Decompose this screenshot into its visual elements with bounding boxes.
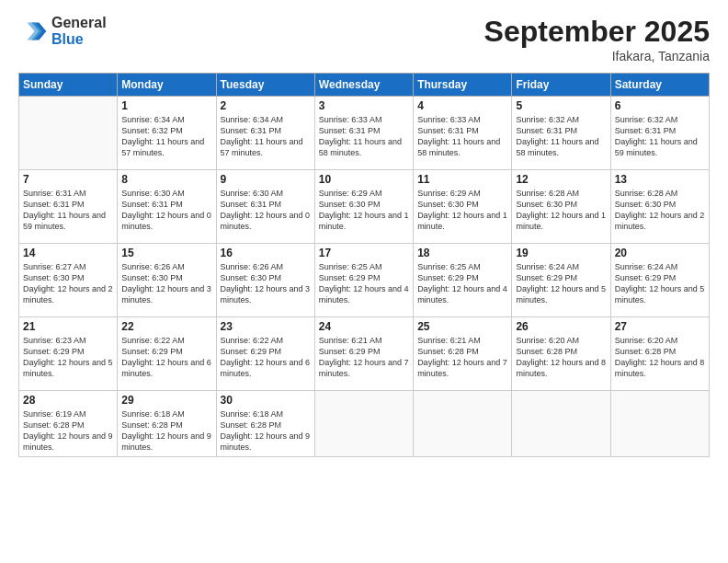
day-number: 29 bbox=[121, 394, 211, 407]
day-info: Sunrise: 6:18 AMSunset: 6:28 PMDaylight:… bbox=[121, 408, 211, 454]
table-row bbox=[610, 391, 709, 457]
col-saturday: Saturday bbox=[610, 74, 709, 97]
day-info: Sunrise: 6:30 AMSunset: 6:31 PMDaylight:… bbox=[121, 188, 211, 233]
table-row: 19Sunrise: 6:24 AMSunset: 6:29 PMDayligh… bbox=[512, 244, 610, 317]
title-block: September 2025 Ifakara, Tanzania bbox=[484, 15, 710, 63]
table-row bbox=[512, 391, 610, 457]
day-number: 9 bbox=[221, 173, 311, 186]
table-row: 11Sunrise: 6:29 AMSunset: 6:30 PMDayligh… bbox=[414, 170, 512, 244]
table-row: 5Sunrise: 6:32 AMSunset: 6:31 PMDaylight… bbox=[512, 97, 610, 170]
day-info: Sunrise: 6:18 AMSunset: 6:28 PMDaylight:… bbox=[221, 408, 311, 454]
day-info: Sunrise: 6:33 AMSunset: 6:31 PMDaylight:… bbox=[417, 114, 507, 159]
table-row: 12Sunrise: 6:28 AMSunset: 6:30 PMDayligh… bbox=[512, 170, 610, 244]
table-row: 27Sunrise: 6:20 AMSunset: 6:28 PMDayligh… bbox=[610, 317, 709, 391]
day-info: Sunrise: 6:32 AMSunset: 6:31 PMDaylight:… bbox=[516, 114, 606, 159]
day-number: 18 bbox=[417, 247, 507, 259]
logo-text: General Blue bbox=[51, 15, 107, 47]
day-info: Sunrise: 6:22 AMSunset: 6:29 PMDaylight:… bbox=[121, 335, 211, 380]
table-row: 26Sunrise: 6:20 AMSunset: 6:28 PMDayligh… bbox=[512, 317, 610, 391]
logo: General Blue bbox=[18, 15, 107, 47]
day-number: 3 bbox=[319, 99, 409, 112]
day-info: Sunrise: 6:23 AMSunset: 6:29 PMDaylight:… bbox=[23, 335, 113, 380]
day-info: Sunrise: 6:34 AMSunset: 6:32 PMDaylight:… bbox=[121, 114, 211, 159]
logo-general: General bbox=[51, 15, 107, 31]
day-info: Sunrise: 6:22 AMSunset: 6:29 PMDaylight:… bbox=[221, 335, 311, 380]
table-row: 23Sunrise: 6:22 AMSunset: 6:29 PMDayligh… bbox=[216, 317, 314, 391]
day-number: 17 bbox=[319, 247, 409, 259]
header: General Blue September 2025 Ifakara, Tan… bbox=[18, 15, 710, 63]
table-row: 4Sunrise: 6:33 AMSunset: 6:31 PMDaylight… bbox=[414, 97, 512, 170]
table-row: 10Sunrise: 6:29 AMSunset: 6:30 PMDayligh… bbox=[314, 170, 413, 244]
day-info: Sunrise: 6:33 AMSunset: 6:31 PMDaylight:… bbox=[319, 114, 409, 159]
col-sunday: Sunday bbox=[19, 74, 118, 97]
table-row: 6Sunrise: 6:32 AMSunset: 6:31 PMDaylight… bbox=[610, 97, 709, 170]
week-row-1: 1Sunrise: 6:34 AMSunset: 6:32 PMDaylight… bbox=[19, 97, 710, 170]
table-row: 24Sunrise: 6:21 AMSunset: 6:29 PMDayligh… bbox=[314, 317, 413, 391]
day-number: 14 bbox=[23, 247, 113, 259]
day-info: Sunrise: 6:32 AMSunset: 6:31 PMDaylight:… bbox=[615, 114, 705, 159]
day-info: Sunrise: 6:27 AMSunset: 6:30 PMDaylight:… bbox=[23, 261, 113, 306]
table-row: 1Sunrise: 6:34 AMSunset: 6:32 PMDaylight… bbox=[118, 97, 216, 170]
day-info: Sunrise: 6:29 AMSunset: 6:30 PMDaylight:… bbox=[417, 188, 507, 233]
day-number: 15 bbox=[121, 247, 211, 259]
table-row: 30Sunrise: 6:18 AMSunset: 6:28 PMDayligh… bbox=[216, 391, 314, 457]
day-info: Sunrise: 6:29 AMSunset: 6:30 PMDaylight:… bbox=[319, 188, 409, 233]
table-row: 2Sunrise: 6:34 AMSunset: 6:31 PMDaylight… bbox=[216, 97, 314, 170]
day-number: 28 bbox=[23, 394, 113, 407]
table-row bbox=[19, 97, 118, 170]
week-row-3: 14Sunrise: 6:27 AMSunset: 6:30 PMDayligh… bbox=[19, 244, 710, 317]
day-info: Sunrise: 6:21 AMSunset: 6:29 PMDaylight:… bbox=[319, 335, 409, 380]
day-number: 20 bbox=[615, 247, 705, 259]
table-row: 16Sunrise: 6:26 AMSunset: 6:30 PMDayligh… bbox=[216, 244, 314, 317]
logo-blue: Blue bbox=[51, 31, 107, 48]
day-info: Sunrise: 6:24 AMSunset: 6:29 PMDaylight:… bbox=[615, 261, 705, 306]
day-number: 19 bbox=[516, 247, 606, 259]
day-number: 24 bbox=[319, 320, 409, 333]
day-number: 26 bbox=[516, 320, 606, 333]
day-number: 6 bbox=[615, 99, 705, 112]
day-info: Sunrise: 6:26 AMSunset: 6:30 PMDaylight:… bbox=[121, 261, 211, 306]
day-info: Sunrise: 6:28 AMSunset: 6:30 PMDaylight:… bbox=[516, 188, 606, 233]
day-number: 22 bbox=[121, 320, 211, 333]
month-title: September 2025 bbox=[484, 15, 710, 49]
col-tuesday: Tuesday bbox=[216, 74, 314, 97]
table-row: 21Sunrise: 6:23 AMSunset: 6:29 PMDayligh… bbox=[19, 317, 118, 391]
table-row bbox=[414, 391, 512, 457]
col-monday: Monday bbox=[118, 74, 216, 97]
day-info: Sunrise: 6:30 AMSunset: 6:31 PMDaylight:… bbox=[221, 188, 311, 233]
day-info: Sunrise: 6:25 AMSunset: 6:29 PMDaylight:… bbox=[417, 261, 507, 306]
day-number: 30 bbox=[221, 394, 311, 407]
day-number: 12 bbox=[516, 173, 606, 186]
table-row: 3Sunrise: 6:33 AMSunset: 6:31 PMDaylight… bbox=[314, 97, 413, 170]
table-row: 20Sunrise: 6:24 AMSunset: 6:29 PMDayligh… bbox=[610, 244, 709, 317]
day-info: Sunrise: 6:24 AMSunset: 6:29 PMDaylight:… bbox=[516, 261, 606, 306]
day-number: 8 bbox=[121, 173, 211, 186]
day-info: Sunrise: 6:20 AMSunset: 6:28 PMDaylight:… bbox=[615, 335, 705, 380]
table-row: 9Sunrise: 6:30 AMSunset: 6:31 PMDaylight… bbox=[216, 170, 314, 244]
location: Ifakara, Tanzania bbox=[484, 49, 710, 63]
header-row: Sunday Monday Tuesday Wednesday Thursday… bbox=[19, 74, 710, 97]
day-info: Sunrise: 6:28 AMSunset: 6:30 PMDaylight:… bbox=[615, 188, 705, 233]
week-row-2: 7Sunrise: 6:31 AMSunset: 6:31 PMDaylight… bbox=[19, 170, 710, 244]
day-number: 16 bbox=[221, 247, 311, 259]
day-number: 7 bbox=[23, 173, 113, 186]
week-row-4: 21Sunrise: 6:23 AMSunset: 6:29 PMDayligh… bbox=[19, 317, 710, 391]
table-row: 14Sunrise: 6:27 AMSunset: 6:30 PMDayligh… bbox=[19, 244, 118, 317]
day-info: Sunrise: 6:20 AMSunset: 6:28 PMDaylight:… bbox=[516, 335, 606, 380]
table-row: 13Sunrise: 6:28 AMSunset: 6:30 PMDayligh… bbox=[610, 170, 709, 244]
table-row: 15Sunrise: 6:26 AMSunset: 6:30 PMDayligh… bbox=[118, 244, 216, 317]
day-number: 13 bbox=[615, 173, 705, 186]
day-number: 5 bbox=[516, 99, 606, 112]
col-friday: Friday bbox=[512, 74, 610, 97]
table-row: 28Sunrise: 6:19 AMSunset: 6:28 PMDayligh… bbox=[19, 391, 118, 457]
day-info: Sunrise: 6:25 AMSunset: 6:29 PMDaylight:… bbox=[319, 261, 409, 306]
day-info: Sunrise: 6:31 AMSunset: 6:31 PMDaylight:… bbox=[23, 188, 113, 233]
day-info: Sunrise: 6:26 AMSunset: 6:30 PMDaylight:… bbox=[221, 261, 311, 306]
day-number: 23 bbox=[221, 320, 311, 333]
table-row bbox=[314, 391, 413, 457]
day-info: Sunrise: 6:19 AMSunset: 6:28 PMDaylight:… bbox=[23, 408, 113, 454]
day-number: 25 bbox=[417, 320, 507, 333]
day-number: 2 bbox=[221, 99, 311, 112]
day-number: 27 bbox=[615, 320, 705, 333]
table-row: 25Sunrise: 6:21 AMSunset: 6:28 PMDayligh… bbox=[414, 317, 512, 391]
